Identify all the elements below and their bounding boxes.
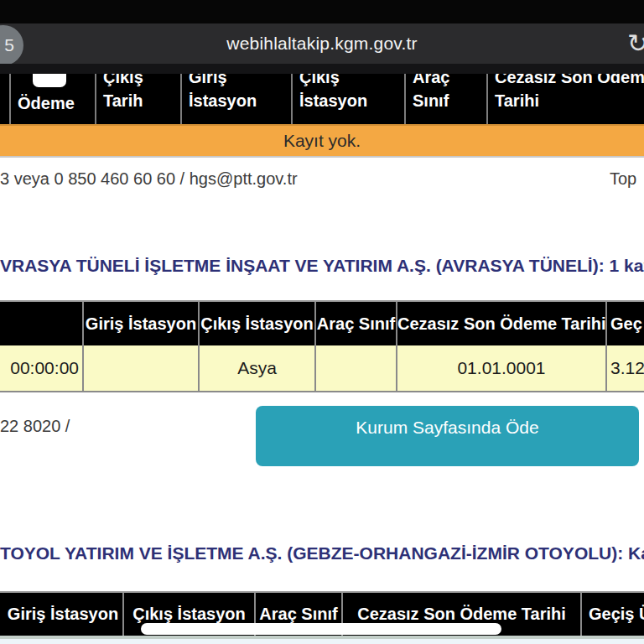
cell-gecis-ucreti: 3.12 [607,345,644,391]
header-col-cikis-istasyon: Çıkış İstasyon [293,74,406,124]
cell-arac-sinif [316,345,397,391]
cell-cezasiz-tarih: 01.01.0001 [397,345,607,391]
horizontal-scrollbar-thumb[interactable] [141,623,501,635]
total-label-clipped: Top [610,169,636,189]
header-col-sliver [0,74,11,124]
header-col-cikis-tarih: Çıkış Tarih [96,74,182,124]
header-label: Çıkış [299,74,340,86]
contact-info-text: 3 veya 0 850 460 60 60 / hgs@ptt.gov.tr [0,169,298,189]
header-col-cezasiz: Cezasız Son Ödeme Tarihi [488,74,644,124]
header-col-giris-istasyon: Giriş İstasyon [84,302,200,345]
pay-on-institution-page-button[interactable]: Kurum Sayfasında Öde [256,406,639,466]
header-col-arac-sinif: Araç Sınıf [316,302,397,345]
header-col-gecis-ucreti: Geçiş Ü [582,593,644,636]
header-col-cezasiz: Cezasız Son Ödeme Tarihi [397,302,607,345]
violation-row[interactable]: 00:00:00 Asya 01.01.0001 3.12 [0,345,644,392]
cell-cikis-istasyon: Asya [200,345,316,391]
header-label: Araç [413,74,449,86]
header-label: Tarihi [495,91,539,110]
avrasya-section-title: VRASYA TÜNELİ İŞLETME İNŞAAT VE YATIRIM … [0,256,644,276]
avrasya-contact-text: 22 8020 / [0,417,70,436]
reload-icon[interactable]: ↻ [627,29,644,59]
header-col-giris-istasyon: Giriş İstasyon [182,74,293,124]
header-col-arac-sinif: Araç Sınıf [406,74,488,124]
cell-giris-istasyon [84,345,200,391]
header-label: Giriş [189,74,227,86]
url-text[interactable]: webihlaltakip.kgm.gov.tr [0,23,644,64]
header-label: Sınıf [413,91,449,110]
otoyol-section-title: TOYOL YATIRIM VE İŞLETME A.Ş. (GEBZE-ORH… [0,543,644,564]
chrome-divider [0,64,644,74]
screen: 5 webihlaltakip.kgm.gov.tr ↻ Ödeme Çıkış… [0,0,644,644]
next-row-strip [0,639,644,644]
header-col-datetime [0,302,84,345]
cell-datetime: 00:00:00 [0,345,84,391]
avrasya-table-header: Giriş İstasyon Çıkış İstasyon Araç Sınıf… [0,300,644,345]
header-col-cikis-istasyon: Çıkış İstasyon [200,302,316,345]
header-label-odeme: Ödeme [18,94,75,113]
violations-table-header: Ödeme Çıkış Tarih Giriş İstasyon Çıkış İ… [0,74,644,124]
status-bar-strip [0,0,644,23]
browser-address-bar[interactable]: 5 webihlaltakip.kgm.gov.tr ↻ [0,23,644,64]
header-label: Tarih [103,91,143,110]
select-all-checkbox[interactable] [33,74,66,87]
header-col-giris-istasyon: Giriş İstasyon [0,593,124,636]
header-label: İstasyon [299,91,367,110]
contact-line: 3 veya 0 850 460 60 60 / hgs@ptt.gov.tr … [0,169,644,193]
header-label: İstasyon [189,91,257,110]
header-label: Çıkış [103,74,143,86]
no-record-banner: Kayıt yok. [0,124,644,158]
header-col-odeme: Ödeme [11,74,96,124]
header-label: Cezasız Son Ödeme [495,74,644,86]
header-col-gecis-ucreti: Geç [607,302,644,345]
